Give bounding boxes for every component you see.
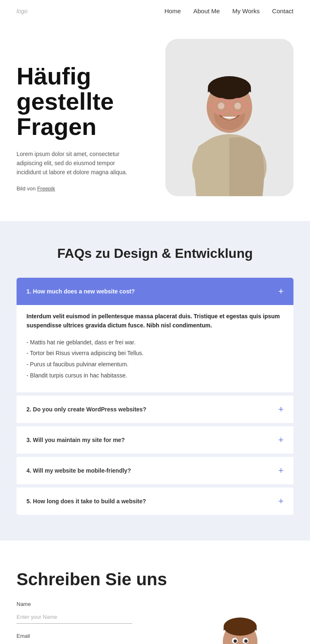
hero-section: Häufig gestellte Fragen Lorem ipsum dolo…	[0, 22, 310, 221]
name-label: Name	[17, 601, 178, 607]
contact-image	[186, 570, 293, 644]
faq-answer-bold-1: Interdum velit euismod in pellentesque m…	[26, 312, 284, 330]
faq-plus-icon-3: +	[278, 435, 284, 445]
faq-question-text-4: 4. Will my website be mobile-friendly?	[26, 467, 131, 474]
navigation: logo Home About Me My Works Contact	[0, 0, 310, 22]
faq-item-1: 1. How much does a new website cost? + I…	[17, 278, 293, 392]
faq-item-2: 2. Do you only create WordPress websites…	[17, 396, 293, 423]
hero-description: Lorem ipsum dolor sit amet, consectetur …	[17, 149, 141, 177]
list-item: Blandit turpis cursus in hac habitasse.	[26, 370, 284, 381]
faq-question-text-5: 5. How long does it take to build a webs…	[26, 498, 146, 505]
faq-section: FAQs zu Design & Entwicklung 1. How much…	[0, 221, 310, 541]
contact-person-svg	[186, 586, 293, 644]
list-item: Tortor bei Risus viverra adipiscing bei …	[26, 348, 284, 359]
faq-item-3: 3. Will you maintain my site for me? +	[17, 426, 293, 454]
faq-question-text-3: 3. Will you maintain my site for me?	[26, 437, 125, 443]
faq-question-4[interactable]: 4. Will my website be mobile-friendly? +	[17, 457, 293, 484]
faq-question-text-2: 2. Do you only create WordPress websites…	[26, 406, 146, 413]
list-item: Purus ut faucibus pulvinar elementum.	[26, 359, 284, 370]
nav-links: Home About Me My Works Contact	[165, 7, 293, 15]
name-form-group: Name	[17, 601, 178, 624]
faq-plus-icon-5: +	[278, 497, 284, 506]
hero-text: Häufig gestellte Fragen Lorem ipsum dolo…	[17, 39, 165, 192]
svg-point-38	[234, 639, 237, 643]
faq-plus-icon-1: +	[278, 287, 284, 296]
hero-credit: Bild von Freepik	[17, 185, 157, 192]
nav-works[interactable]: My Works	[232, 7, 260, 14]
faq-answer-1: Interdum velit euismod in pellentesque m…	[17, 305, 293, 392]
nav-contact[interactable]: Contact	[272, 7, 293, 14]
hero-person-svg	[165, 39, 293, 196]
svg-point-11	[218, 103, 224, 109]
hero-image	[165, 39, 293, 196]
email-form-group: Email	[17, 633, 178, 644]
faq-question-1[interactable]: 1. How much does a new website cost? +	[17, 278, 293, 305]
logo: logo	[17, 8, 27, 14]
faq-question-text-1: 1. How much does a new website cost?	[26, 288, 135, 295]
nav-home[interactable]: Home	[165, 7, 181, 14]
faq-answer-list-1: Mattis hat nie geblandet, dass er frei w…	[26, 337, 284, 381]
faq-item-5: 5. How long does it take to build a webs…	[17, 488, 293, 515]
hero-title: Häufig gestellte Fragen	[17, 64, 157, 139]
contact-left: Schreiben Sie uns Name Email EINREICHEN …	[17, 570, 178, 644]
faq-question-5[interactable]: 5. How long does it take to build a webs…	[17, 488, 293, 515]
svg-point-12	[234, 103, 241, 109]
faq-title: FAQs zu Design & Entwicklung	[17, 246, 293, 261]
nav-about[interactable]: About Me	[193, 7, 220, 14]
hero-freepik-link[interactable]: Freepik	[37, 185, 55, 192]
contact-title: Schreiben Sie uns	[17, 570, 178, 589]
list-item: Mattis hat nie geblandet, dass er frei w…	[26, 337, 284, 348]
name-input[interactable]	[17, 610, 132, 624]
contact-section: Schreiben Sie uns Name Email EINREICHEN …	[0, 541, 310, 644]
faq-question-3[interactable]: 3. Will you maintain my site for me? +	[17, 426, 293, 454]
faq-question-2[interactable]: 2. Do you only create WordPress websites…	[17, 396, 293, 423]
faq-list: 1. How much does a new website cost? + I…	[17, 278, 293, 516]
faq-item-4: 4. Will my website be mobile-friendly? +	[17, 457, 293, 484]
faq-plus-icon-4: +	[278, 466, 284, 475]
svg-point-39	[244, 639, 248, 643]
email-input[interactable]	[17, 642, 132, 644]
faq-plus-icon-2: +	[278, 405, 284, 414]
email-label: Email	[17, 633, 178, 639]
